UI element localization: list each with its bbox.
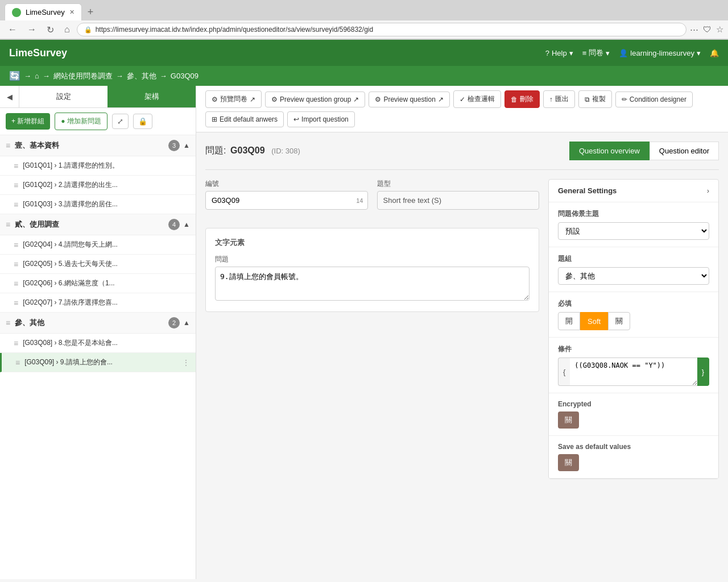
- notification-bell-icon[interactable]: 🔔: [710, 49, 719, 57]
- collapse-icon-3[interactable]: ▲: [183, 319, 190, 327]
- field-code-input[interactable]: [205, 191, 368, 210]
- question-text: [G01Q01] › 1.請選擇您的性別。: [23, 161, 190, 171]
- refresh-button[interactable]: ↻: [43, 23, 57, 36]
- browser-toolbar: ← → ↻ ⌂ 🔒 https://limesurvey.imacat.idv.…: [0, 20, 728, 39]
- back-button[interactable]: ←: [5, 23, 20, 36]
- preview-question-button[interactable]: ⚙ Preview question ↗: [369, 92, 449, 107]
- home-button[interactable]: ⌂: [61, 23, 73, 36]
- tab-settings[interactable]: 設定: [19, 86, 107, 107]
- field-type-input[interactable]: [377, 191, 540, 210]
- group-select[interactable]: 參、其他: [558, 267, 709, 285]
- app-logo: LimeSurvey: [9, 47, 67, 59]
- browser-toolbar-icons: ⋯ 🛡 ☆: [690, 24, 723, 35]
- tab-close-button[interactable]: ✕: [69, 9, 75, 16]
- user-label: learning-limesurvey: [630, 49, 694, 57]
- question-item-g01q02[interactable]: ≡ [G01Q02] › 2.請選擇您的出生...: [0, 176, 196, 195]
- sidebar: ◀ 設定 架構 + 新增群組 ● 增加新問題 ⤢ 🔒 ≡ 壹、基本資料 3 ▲ …: [0, 86, 196, 579]
- export-button[interactable]: ↑ 匯出: [543, 90, 575, 108]
- question-item-g01q01[interactable]: ≡ [G01Q01] › 1.請選擇您的性別。: [0, 156, 196, 176]
- user-chevron-icon: ▾: [697, 49, 701, 57]
- browser-chrome: LimeSurvey ✕ + ← → ↻ ⌂ 🔒 https://limesur…: [0, 0, 728, 40]
- check-logic-label: 檢查邏輯: [468, 94, 495, 104]
- fields-row: 編號 14 題型: [205, 179, 539, 219]
- delete-label: 刪除: [520, 94, 533, 104]
- group-badge-3: 2: [168, 317, 180, 329]
- question-item-g01q03[interactable]: ≡ [G01Q03] › 3.請選擇您的居住...: [0, 195, 196, 214]
- question-item-g03q08[interactable]: ≡ [G03Q08] › 8.您是不是本站會...: [0, 334, 196, 353]
- preview-survey-button[interactable]: ⚙ 預覽問卷 ↗: [205, 90, 262, 108]
- group-badge-1: 3: [168, 140, 180, 151]
- question-item-g02q04[interactable]: ≡ [G02Q04] › 4.請問您每天上網...: [0, 235, 196, 255]
- extensions-icon[interactable]: 🛡: [703, 24, 712, 35]
- encrypted-label: Encrypted: [558, 400, 709, 408]
- forward-button[interactable]: →: [24, 23, 40, 36]
- check-icon: ✓: [460, 95, 465, 103]
- question-item-g02q07[interactable]: ≡ [G02Q07] › 7.請依序選擇您喜...: [0, 293, 196, 313]
- condition-textarea[interactable]: ((G03Q08.NAOK == "Y")): [570, 357, 697, 386]
- question-title-id: G03Q09: [230, 146, 264, 155]
- required-off-button[interactable]: 關: [608, 312, 630, 330]
- bookmark-icon[interactable]: ☆: [716, 24, 723, 35]
- pencil-icon: ✏: [622, 95, 627, 103]
- breadcrumb-home-icon: ⌂: [35, 72, 39, 80]
- drag-handle-icon: ≡: [6, 318, 10, 327]
- copy-button[interactable]: ⧉ 複製: [578, 90, 612, 108]
- question-textarea[interactable]: 9.請填上您的會員帳號。: [215, 267, 530, 301]
- add-group-button[interactable]: + 新增群組: [6, 113, 50, 130]
- condition-designer-button[interactable]: ✏ Condition designer: [615, 92, 693, 107]
- preview-group-button[interactable]: ⚙ Preview question group ↗: [265, 92, 365, 107]
- question-item-g02q05[interactable]: ≡ [G02Q05] › 5.過去七天每天使...: [0, 255, 196, 274]
- new-tab-button[interactable]: +: [82, 6, 100, 18]
- required-on-button[interactable]: 開: [558, 312, 580, 330]
- settings-panel-header: General Settings ›: [549, 180, 718, 202]
- required-toggle-group: 開 Soft 關: [558, 312, 709, 330]
- edit-default-button[interactable]: ⊞ Edit default anwers: [205, 111, 284, 127]
- copy-label: 複製: [592, 94, 606, 104]
- theme-select[interactable]: 預設: [558, 222, 709, 240]
- survey-button[interactable]: ≡ 問卷 ▾: [582, 48, 610, 58]
- lock-icon-button[interactable]: 🔒: [133, 114, 152, 129]
- drag-handle-icon: ≡: [6, 220, 10, 229]
- breadcrumb: 🔄 → ⌂ → 網站使用問卷調查 → 參、其他 → G03Q09: [0, 66, 728, 86]
- settings-encrypted-section: Encrypted 關: [549, 393, 718, 436]
- collapse-icon-2[interactable]: ▲: [183, 221, 190, 228]
- drag-handle-icon: ≡: [14, 181, 18, 190]
- preview-survey-label: 預覽問卷: [220, 94, 247, 104]
- collapse-icon-1[interactable]: ▲: [183, 142, 190, 149]
- tab-question-overview[interactable]: Question overview: [569, 142, 650, 160]
- required-soft-button[interactable]: Soft: [580, 312, 608, 330]
- tab-structure[interactable]: 架構: [107, 86, 196, 107]
- field-group-type: 題型: [377, 179, 540, 210]
- expand-icon-button[interactable]: ⤢: [112, 114, 129, 129]
- user-icon: 👤: [619, 49, 628, 57]
- question-dots-icon[interactable]: ⋮: [182, 358, 190, 367]
- browser-tab-active[interactable]: LimeSurvey ✕: [5, 3, 82, 20]
- save-default-toggle-button[interactable]: 關: [558, 454, 579, 471]
- add-question-button[interactable]: ● 增加新問題: [55, 113, 107, 130]
- question-item-g03q09[interactable]: ≡ [G03Q09] › 9.請填上您的會... ⋮: [0, 353, 196, 372]
- question-text: [G03Q09] › 9.請填上您的會...: [24, 357, 182, 367]
- group-header-3[interactable]: ≡ 參、其他 2 ▲: [0, 313, 196, 334]
- question-title-label: 問題:: [205, 146, 226, 155]
- tab-question-editor[interactable]: Question editor: [650, 142, 719, 160]
- check-logic-button[interactable]: ✓ 檢查邏輯: [453, 90, 501, 108]
- group-badge-2: 4: [168, 219, 180, 230]
- address-bar[interactable]: 🔒 https://limesurvey.imacat.idv.tw/index…: [77, 23, 686, 36]
- encrypted-toggle-button[interactable]: 關: [558, 411, 579, 429]
- question-text: [G01Q02] › 2.請選擇您的出生...: [23, 180, 190, 190]
- breadcrumb-item-group[interactable]: 參、其他: [127, 71, 156, 81]
- group-header-2[interactable]: ≡ 貳、使用調查 4 ▲: [0, 214, 196, 235]
- sidebar-collapse-button[interactable]: ◀: [0, 86, 19, 107]
- help-label: Help: [552, 49, 567, 57]
- group-header-1[interactable]: ≡ 壹、基本資料 3 ▲: [0, 135, 196, 156]
- import-question-button[interactable]: ↩ Import question: [287, 111, 355, 127]
- question-item-g02q06[interactable]: ≡ [G02Q06] › 6.網站滿意度（1...: [0, 274, 196, 293]
- more-options-icon[interactable]: ⋯: [690, 24, 698, 35]
- divider: [205, 169, 719, 170]
- main-layout: ◀ 設定 架構 + 新增群組 ● 增加新問題 ⤢ 🔒 ≡ 壹、基本資料 3 ▲ …: [0, 86, 728, 579]
- delete-button[interactable]: 🗑 刪除: [504, 90, 540, 108]
- breadcrumb-item-survey[interactable]: 網站使用問卷調查: [53, 71, 113, 81]
- settings-expand-button[interactable]: ›: [707, 186, 709, 195]
- help-button[interactable]: ? Help ▾: [545, 49, 573, 57]
- user-button[interactable]: 👤 learning-limesurvey ▾: [619, 49, 701, 57]
